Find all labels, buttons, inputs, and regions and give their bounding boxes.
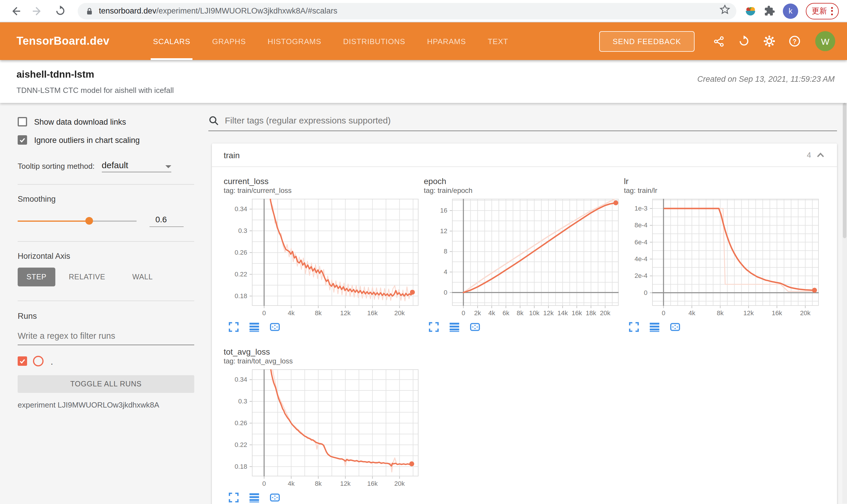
chevron-down-icon: [166, 165, 171, 168]
show-download-links-row[interactable]: Show data download links: [18, 115, 194, 129]
tab-text[interactable]: TEXT: [485, 22, 511, 60]
toggle-all-runs-button[interactable]: TOGGLE ALL RUNS: [18, 375, 194, 393]
svg-text:12k: 12k: [543, 309, 554, 317]
fit-domain-icon: [470, 322, 480, 332]
haxis-relative-button[interactable]: RELATIVE: [60, 268, 114, 286]
runs-selector-button[interactable]: [249, 492, 260, 503]
chart-title: tot_avg_loss: [224, 347, 419, 357]
help-icon: ?: [788, 35, 801, 48]
svg-text:10k: 10k: [529, 309, 540, 317]
smoothing-value-input[interactable]: [150, 215, 184, 227]
train-group-card: train 4 current_loss tag: train/current_…: [212, 144, 837, 504]
help-button[interactable]: ?: [788, 34, 802, 48]
chrome-update-button[interactable]: 更新: [806, 3, 839, 19]
runs-selector-button[interactable]: [449, 322, 460, 332]
scrollbar-thumb[interactable]: [843, 103, 846, 238]
settings-button[interactable]: [762, 34, 776, 48]
fullscreen-icon: [429, 322, 439, 332]
url-text: tensorboard.dev/experiment/LJI9MWUORLOw3…: [99, 6, 714, 15]
fit-domain-button[interactable]: [270, 492, 280, 503]
tab-scalars[interactable]: SCALARS: [151, 22, 193, 60]
fit-domain-button[interactable]: [470, 322, 480, 332]
ignore-outliers-checkbox[interactable]: [18, 135, 27, 145]
tab-histograms[interactable]: HISTOGRAMS: [265, 22, 324, 60]
expand-chart-button[interactable]: [629, 322, 639, 332]
svg-text:16k: 16k: [772, 309, 782, 317]
star-icon: [719, 4, 730, 15]
vertical-scrollbar[interactable]: [842, 103, 847, 503]
bookmark-star-button[interactable]: [719, 4, 730, 18]
slider-thumb[interactable]: [85, 217, 93, 224]
line-chart[interactable]: 04k8k12k16k20k02e-44e-46e-48e-41e-3: [624, 199, 819, 318]
header-actions: SEND FEEDBACK: [599, 22, 847, 60]
svg-text:16k: 16k: [367, 480, 378, 487]
expand-chart-button[interactable]: [228, 492, 239, 503]
smoothing-label: Smoothing: [18, 195, 194, 203]
svg-text:0: 0: [262, 480, 266, 487]
svg-text:0.22: 0.22: [235, 271, 247, 278]
reload-data-button[interactable]: [737, 34, 751, 48]
line-chart[interactable]: 02k4k6k8k10k12k14k16k18k20k0481216: [424, 199, 619, 318]
app-logo: TensorBoard.dev: [16, 35, 109, 48]
svg-text:2k: 2k: [474, 309, 481, 317]
haxis-step-button[interactable]: STEP: [18, 268, 55, 286]
extension-favicon-icon[interactable]: [745, 5, 756, 17]
line-chart[interactable]: 04k8k12k16k20k0.180.220.260.30.34: [224, 199, 418, 318]
runs-selector-button[interactable]: [249, 322, 260, 332]
browser-menu-icon[interactable]: [831, 7, 833, 15]
svg-text:0.18: 0.18: [235, 463, 247, 470]
send-feedback-button[interactable]: SEND FEEDBACK: [599, 31, 694, 52]
fit-domain-button[interactable]: [270, 322, 280, 332]
experiment-info-bar: aishell-tdnn-lstm TDNN-LSTM CTC model fo…: [0, 60, 847, 103]
browser-toolbar: tensorboard.dev/experiment/LJI9MWUORLOw3…: [0, 0, 847, 22]
reload-button[interactable]: [53, 4, 67, 18]
horizontal-axis-label: Horizontal Axis: [18, 252, 194, 260]
forward-button[interactable]: [31, 4, 45, 18]
browser-profile-avatar[interactable]: k: [783, 3, 798, 19]
tab-graphs[interactable]: GRAPHS: [210, 22, 248, 60]
experiment-run-label: experiment LJI9MWUORLOw3jkdhxwk8A: [18, 400, 194, 409]
expand-chart-button[interactable]: [228, 322, 239, 332]
svg-text:6e-4: 6e-4: [635, 238, 647, 246]
share-button[interactable]: [712, 34, 726, 48]
extensions-puzzle-icon[interactable]: [764, 5, 775, 16]
back-icon: [9, 4, 22, 17]
run-color-swatch[interactable]: [33, 356, 44, 366]
train-group-header[interactable]: train 4: [212, 144, 837, 167]
svg-text:16k: 16k: [367, 309, 378, 317]
chart-toolbar: [228, 321, 419, 333]
chevron-up-icon[interactable]: [815, 149, 826, 161]
chart-tot-avg-loss: tot_avg_loss tag: train/tot_avg_loss 04k…: [224, 347, 419, 503]
show-download-links-checkbox[interactable]: [18, 117, 27, 126]
fullscreen-icon: [629, 322, 639, 332]
account-avatar[interactable]: W: [815, 31, 835, 51]
tag-filter-input[interactable]: [224, 115, 837, 126]
haxis-wall-button[interactable]: WALL: [124, 268, 162, 286]
back-button[interactable]: [8, 4, 22, 18]
runs-list-icon: [249, 492, 260, 503]
chart-tag: tag: train/epoch: [424, 186, 619, 195]
runs-selector-button[interactable]: [649, 322, 660, 332]
refresh-icon: [738, 35, 750, 48]
chart-tag: tag: train/tot_avg_loss: [224, 357, 419, 366]
svg-text:8k: 8k: [717, 309, 724, 317]
ignore-outliers-row[interactable]: Ignore outliers in chart scaling: [18, 133, 194, 147]
tooltip-sorting-select[interactable]: default: [102, 160, 171, 172]
run-checkbox[interactable]: [18, 356, 27, 366]
gear-icon: [763, 35, 776, 48]
smoothing-slider[interactable]: [18, 217, 137, 225]
svg-text:0: 0: [661, 309, 665, 317]
tab-distributions[interactable]: DISTRIBUTIONS: [341, 22, 408, 60]
tooltip-sorting-label: Tooltip sorting method:: [18, 162, 95, 172]
chart-tag: tag: train/lr: [624, 186, 819, 195]
line-chart[interactable]: 04k8k12k16k20k0.180.220.260.30.34: [224, 369, 418, 488]
svg-text:0: 0: [444, 289, 447, 296]
svg-text:0.34: 0.34: [235, 205, 247, 213]
address-bar[interactable]: tensorboard.dev/experiment/LJI9MWUORLOw3…: [78, 3, 736, 19]
run-row[interactable]: .: [18, 355, 194, 367]
runs-regex-input[interactable]: [18, 331, 194, 345]
expand-chart-button[interactable]: [429, 322, 439, 332]
chart-epoch: epoch tag: train/epoch 02k4k6k8k10k12k14…: [424, 176, 619, 333]
tab-hparams[interactable]: HPARAMS: [425, 22, 468, 60]
fit-domain-button[interactable]: [670, 322, 680, 332]
